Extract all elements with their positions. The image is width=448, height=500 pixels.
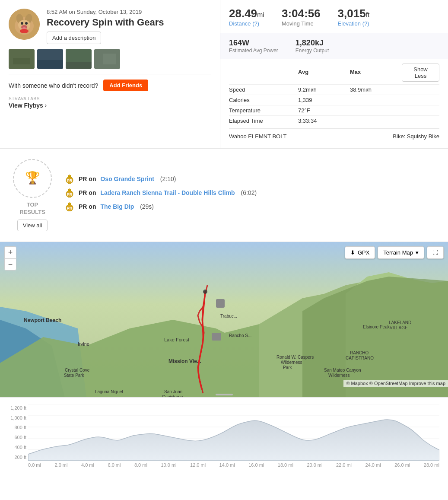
activity-meta: 8:52 AM on Sunday, October 13, 2019 Reco… — [47, 9, 211, 44]
svg-text:Lake Forest: Lake Forest — [164, 337, 189, 342]
svg-text:San Juan: San Juan — [164, 389, 182, 394]
result-text-1: PR on — [79, 175, 96, 182]
map-controls-top: ⬇ GPX Terrain Map ▾ ⛶ — [345, 246, 444, 259]
energy-stat: 1,820kJ Energy Output — [295, 38, 329, 54]
stats-middle: 164W Estimated Avg Power 1,820kJ Energy … — [220, 33, 448, 59]
terrain-map-button[interactable]: Terrain Map ▾ — [378, 246, 424, 259]
svg-rect-17 — [103, 54, 116, 64]
view-flybys-link[interactable]: View Flybys › — [9, 102, 211, 109]
trophy-badge: 🏆 TOP RESULTS View all — [9, 159, 56, 231]
map-drag-handle[interactable] — [216, 394, 233, 395]
svg-rect-15 — [66, 49, 92, 62]
svg-text:VILLAGE: VILLAGE — [390, 325, 408, 330]
result-link-3[interactable]: The Big Dip — [100, 203, 134, 210]
svg-point-5 — [21, 22, 23, 25]
right-panel: 28.49mi Distance (?) 3:04:56 Moving Time… — [220, 0, 448, 148]
svg-text:Newport Beach: Newport Beach — [24, 317, 61, 323]
avg-power-label: Estimated Avg Power — [229, 48, 278, 54]
svg-text:Wilderness: Wilderness — [281, 360, 302, 365]
svg-text:CAPISTRANO: CAPISTRANO — [346, 356, 374, 360]
fullscreen-icon: ⛶ — [432, 249, 438, 256]
medal-icon-1: PR — [65, 174, 74, 184]
results-list: PR PR on Oso Grande Sprint (2:10) PR PR … — [65, 174, 439, 216]
svg-point-9 — [20, 29, 29, 33]
trophy-label: TOP RESULTS — [19, 201, 45, 216]
bike-label: Bike: Squishy Bike — [393, 133, 439, 140]
elevation-y-labels: 1,200 ft 1,000 ft 800 ft 600 ft 400 ft 2… — [9, 404, 28, 461]
svg-text:PR: PR — [67, 206, 73, 210]
photo-thumb-3[interactable] — [66, 49, 92, 69]
col-headers: Avg Max — [229, 69, 402, 77]
stats-top: 28.49mi Distance (?) 3:04:56 Moving Time… — [229, 7, 439, 33]
temperature-row: Temperature 72°F — [229, 105, 439, 115]
photo-thumb-4[interactable] — [94, 49, 120, 69]
medal-icon-3: PR — [65, 202, 74, 211]
result-link-2[interactable]: Ladera Ranch Sienna Trail - Double Hills… — [100, 189, 235, 196]
svg-text:Park: Park — [283, 365, 292, 370]
svg-text:RANCHO: RANCHO — [350, 350, 369, 355]
svg-rect-13 — [37, 60, 63, 69]
avatar — [9, 9, 40, 40]
svg-text:Elsinore Peak: Elsinore Peak — [363, 325, 390, 329]
view-all-button[interactable]: View all — [17, 220, 48, 231]
moving-time-value: 3:04:56 — [282, 7, 321, 20]
left-panel: 8:52 AM on Sunday, October 13, 2019 Reco… — [0, 0, 220, 148]
result-time-3: (29s) — [138, 203, 154, 210]
result-item-1: PR PR on Oso Grande Sprint (2:10) — [65, 174, 439, 184]
speed-row: Speed 9.2mi/h 38.9mi/h — [229, 84, 439, 95]
svg-text:Wilderness: Wilderness — [328, 373, 350, 378]
photo-thumb-2[interactable] — [37, 49, 63, 69]
top-section: 8:52 AM on Sunday, October 13, 2019 Reco… — [0, 0, 448, 149]
svg-text:San Mateo Canyon: San Mateo Canyon — [324, 368, 361, 373]
activity-header: 8:52 AM on Sunday, October 13, 2019 Reco… — [9, 9, 211, 44]
activity-timestamp: 8:52 AM on Sunday, October 13, 2019 — [47, 9, 211, 15]
moving-time-label: Moving Time — [282, 20, 321, 27]
distance-value: 28.49mi — [229, 7, 264, 20]
avg-power-value: 164W — [229, 38, 278, 48]
map-zoom-controls: + − — [4, 246, 16, 271]
moving-time-stat: 3:04:56 Moving Time — [282, 7, 321, 27]
result-time-2: (6:02) — [239, 189, 257, 196]
avg-power-stat: 164W Estimated Avg Power — [229, 38, 278, 54]
distance-label[interactable]: Distance (?) — [229, 20, 264, 27]
svg-text:Capistrano: Capistrano — [162, 395, 183, 398]
map-section[interactable]: Newport Beach Irvine Lake Forest Mission… — [0, 242, 448, 398]
strava-labs-label: STRAVA LABS — [9, 96, 211, 101]
result-link-1[interactable]: Oso Grande Sprint — [100, 175, 154, 182]
distance-stat: 28.49mi Distance (?) — [229, 7, 264, 27]
elevation-section: 1,200 ft 1,000 ft 800 ft 600 ft 400 ft 2… — [0, 398, 448, 471]
svg-rect-60 — [216, 299, 225, 308]
zoom-in-button[interactable]: + — [4, 246, 16, 258]
zoom-out-button[interactable]: − — [4, 258, 16, 271]
elevation-label[interactable]: Elevation (?) — [338, 20, 370, 27]
gpx-download-button[interactable]: ⬇ GPX — [345, 246, 375, 259]
svg-rect-11 — [13, 58, 30, 64]
trophy-circle: 🏆 — [13, 159, 52, 198]
add-description-button[interactable]: Add a description — [47, 32, 101, 44]
stats-table: Avg Max Show Less Speed 9.2mi/h 38.9mi/h… — [229, 64, 439, 141]
svg-text:Ronald W. Caspers: Ronald W. Caspers — [276, 355, 314, 360]
svg-text:LAKELAND: LAKELAND — [389, 320, 411, 325]
elevation-chart — [28, 404, 439, 461]
show-less-button[interactable]: Show Less — [402, 64, 439, 82]
photo-thumb-1[interactable] — [9, 49, 35, 69]
svg-text:Mission Vie...: Mission Vie... — [168, 358, 201, 364]
elevation-x-labels: 0.0 mi 2.0 mi 4.0 mi 6.0 mi 8.0 mi 10.0 … — [9, 462, 439, 468]
svg-rect-61 — [212, 333, 221, 341]
svg-text:State Park: State Park — [64, 373, 85, 378]
download-icon: ⬇ — [350, 249, 355, 256]
top-results-section: 🏆 TOP RESULTS View all PR PR on Oso Gran… — [0, 149, 448, 242]
with-friends-text: With someone who didn't record? — [9, 82, 98, 89]
result-item-2: PR PR on Ladera Ranch Sienna Trail - Dou… — [65, 188, 439, 197]
result-text-2: PR on — [79, 189, 96, 196]
fullscreen-button[interactable]: ⛶ — [427, 246, 444, 259]
chevron-down-icon: ▾ — [416, 249, 419, 256]
elapsed-row: Elapsed Time 3:33:34 — [229, 115, 439, 126]
add-friends-button[interactable]: Add Friends — [103, 80, 148, 91]
svg-text:PR: PR — [67, 178, 73, 183]
activity-title: Recovery Spin with Gears — [47, 17, 211, 28]
svg-point-6 — [25, 22, 28, 25]
svg-text:Laguna Niguel: Laguna Niguel — [95, 389, 123, 394]
chevron-right-icon: › — [45, 102, 47, 108]
svg-text:Rancho S...: Rancho S... — [229, 333, 251, 338]
